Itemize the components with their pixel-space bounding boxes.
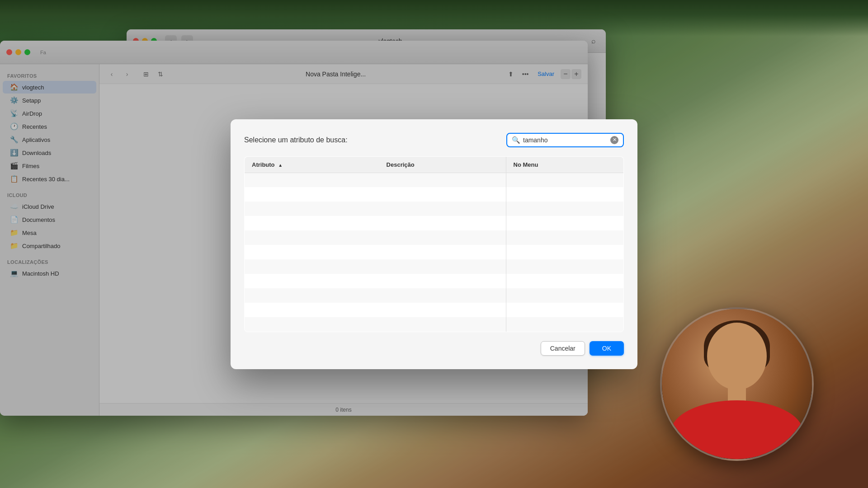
attr-cell: [245, 216, 379, 230]
desc-cell: [379, 216, 506, 230]
attr-cell: [245, 173, 379, 187]
attr-cell: [245, 245, 379, 259]
ok-button[interactable]: OK: [590, 341, 624, 356]
search-field-container: 🔍 ✕: [506, 133, 624, 147]
table-row[interactable]: [245, 245, 624, 259]
dialog-title: Selecione um atributo de busca:: [244, 136, 348, 144]
attr-cell: [245, 317, 379, 332]
table-row[interactable]: [245, 230, 624, 245]
col-no-menu-header: No Menu: [506, 156, 623, 173]
cancel-button[interactable]: Cancelar: [541, 341, 585, 356]
desc-cell: [379, 202, 506, 216]
table-row[interactable]: [245, 274, 624, 288]
desc-cell: [379, 317, 506, 332]
attr-cell: [245, 288, 379, 303]
attr-cell: [245, 230, 379, 245]
desc-cell: [379, 274, 506, 288]
no-menu-cell: [506, 187, 623, 202]
desc-cell: [379, 288, 506, 303]
no-menu-cell: [506, 259, 623, 274]
person-face: [662, 309, 812, 459]
col-descricao-header: Descrição: [379, 156, 506, 173]
table-row[interactable]: [245, 317, 624, 332]
table-row[interactable]: [245, 259, 624, 274]
dialog-footer: Cancelar OK: [244, 341, 624, 356]
person-shirt: [671, 400, 803, 461]
no-menu-cell: [506, 173, 623, 187]
no-menu-cell: [506, 230, 623, 245]
attr-cell: [245, 187, 379, 202]
no-menu-cell: [506, 288, 623, 303]
no-menu-cell: [506, 202, 623, 216]
table-row[interactable]: [245, 303, 624, 317]
table-row[interactable]: [245, 202, 624, 216]
no-menu-cell: [506, 317, 623, 332]
person-webcam-overlay: [660, 307, 814, 461]
dialog-header: Selecione um atributo de busca: 🔍 ✕: [244, 133, 624, 147]
table-row[interactable]: [245, 216, 624, 230]
search-icon: 🔍: [512, 136, 520, 144]
no-menu-cell: [506, 274, 623, 288]
search-input[interactable]: [523, 136, 608, 144]
desc-cell: [379, 245, 506, 259]
attributes-table: Atributo ▲ Descrição No Menu: [244, 156, 624, 332]
table-row[interactable]: [245, 187, 624, 202]
table-row[interactable]: [245, 173, 624, 187]
attr-cell: [245, 259, 379, 274]
no-menu-cell: [506, 216, 623, 230]
col-atributo-header[interactable]: Atributo ▲: [245, 156, 379, 173]
desc-cell: [379, 187, 506, 202]
sort-arrow-icon: ▲: [278, 163, 283, 168]
attr-cell: [245, 274, 379, 288]
dialog: Selecione um atributo de busca: 🔍 ✕ Atri…: [231, 119, 637, 369]
desc-cell: [379, 259, 506, 274]
no-menu-cell: [506, 245, 623, 259]
no-menu-cell: [506, 303, 623, 317]
desc-cell: [379, 173, 506, 187]
search-clear-button[interactable]: ✕: [610, 136, 618, 144]
person-head: [707, 323, 767, 390]
attr-cell: [245, 303, 379, 317]
table-row[interactable]: [245, 288, 624, 303]
desc-cell: [379, 230, 506, 245]
desc-cell: [379, 303, 506, 317]
attr-cell: [245, 202, 379, 216]
